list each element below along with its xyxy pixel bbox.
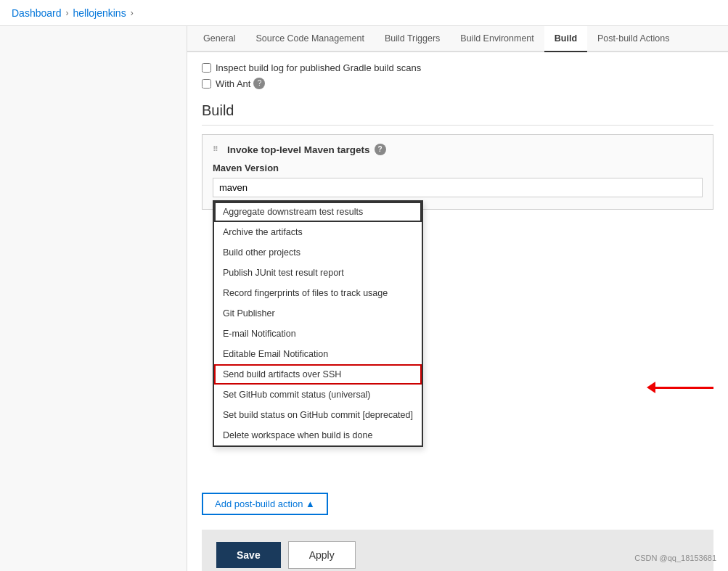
checkbox-ant: With Ant ? bbox=[202, 78, 713, 89]
dropdown-item-publish-junit[interactable]: Publish JUnit test result report bbox=[214, 263, 422, 283]
dropdown-item-record-fingerprints[interactable]: Record fingerprints of files to track us… bbox=[214, 283, 422, 303]
tab-build-environment[interactable]: Build Environment bbox=[450, 26, 544, 52]
tab-post-build-actions[interactable]: Post-build Actions bbox=[587, 26, 679, 52]
tab-build[interactable]: Build bbox=[544, 26, 587, 52]
build-card-title-text: Invoke top-level Maven targets bbox=[227, 144, 370, 155]
checkbox-gradle-input[interactable] bbox=[202, 63, 211, 73]
sidebar bbox=[0, 26, 187, 571]
dropdown-item-github-commit-deprecated[interactable]: Set build status on GitHub commit [depre… bbox=[214, 405, 422, 425]
ant-help-icon[interactable]: ? bbox=[253, 78, 265, 89]
dropdown-menu: Aggregate downstream test results Archiv… bbox=[213, 200, 423, 447]
breadcrumb-sep1: › bbox=[66, 8, 69, 18]
arrow-head bbox=[647, 382, 655, 393]
dropdown-item-git-publisher[interactable]: Git Publisher bbox=[214, 303, 422, 324]
checkbox-gradle-label: Inspect build log for published Gradle b… bbox=[216, 62, 421, 73]
dropdown-item-build-other[interactable]: Build other projects bbox=[214, 242, 422, 263]
apply-button[interactable]: Apply bbox=[288, 541, 356, 569]
checkbox-ant-input[interactable] bbox=[202, 79, 211, 89]
breadcrumb-dashboard[interactable]: Dashboard bbox=[12, 7, 62, 19]
content-area: General Source Code Management Build Tri… bbox=[187, 26, 728, 571]
tab-build-triggers[interactable]: Build Triggers bbox=[375, 26, 450, 52]
maven-version-label: Maven Version bbox=[213, 163, 703, 173]
dropdown-item-editable-email[interactable]: Editable Email Notification bbox=[214, 344, 422, 364]
add-post-build-action-button[interactable]: Add post-build action ▲ bbox=[202, 493, 328, 515]
dropdown-item-github-commit-status[interactable]: Set GitHub commit status (universal) bbox=[214, 385, 422, 405]
breadcrumb-sep2: › bbox=[131, 8, 134, 18]
checkbox-ant-label: With Ant bbox=[216, 78, 250, 89]
main-layout: General Source Code Management Build Tri… bbox=[0, 26, 728, 571]
tab-general[interactable]: General bbox=[193, 26, 245, 52]
maven-version-input[interactable] bbox=[213, 178, 703, 197]
arrow-body bbox=[655, 387, 713, 389]
checkbox-gradle: Inspect build log for published Gradle b… bbox=[202, 62, 713, 73]
dropdown-item-archive[interactable]: Archive the artifacts bbox=[214, 222, 422, 242]
dropdown-item-delete-workspace[interactable]: Delete workspace when build is done bbox=[214, 425, 422, 445]
tab-source-code-management[interactable]: Source Code Management bbox=[245, 26, 374, 52]
arrow-annotation bbox=[647, 382, 713, 393]
maven-help-icon[interactable]: ? bbox=[375, 144, 386, 155]
footer-actions: Save Apply bbox=[202, 530, 713, 571]
breadcrumb-bar: Dashboard › hellojenkins › bbox=[0, 0, 728, 26]
dropdown-item-ssh[interactable]: Send build artifacts over SSH bbox=[214, 364, 422, 385]
build-card-title: ⠿ Invoke top-level Maven targets ? bbox=[213, 144, 703, 155]
content-body: Inspect build log for published Gradle b… bbox=[187, 52, 728, 571]
drag-handle-icon: ⠿ bbox=[213, 146, 223, 153]
save-button[interactable]: Save bbox=[216, 542, 281, 568]
build-section-heading: Build bbox=[202, 102, 713, 126]
breadcrumb-project[interactable]: hellojenkins bbox=[73, 7, 126, 19]
tabs-bar: General Source Code Management Build Tri… bbox=[187, 26, 728, 52]
dropdown-item-aggregate[interactable]: Aggregate downstream test results bbox=[214, 202, 422, 222]
dropdown-item-email[interactable]: E-mail Notification bbox=[214, 324, 422, 344]
post-build-section: Add post-build action ▲ bbox=[202, 485, 713, 515]
build-card: ⠿ Invoke top-level Maven targets ? Maven… bbox=[202, 134, 713, 210]
watermark: CSDN @qq_18153681 bbox=[634, 554, 716, 562]
